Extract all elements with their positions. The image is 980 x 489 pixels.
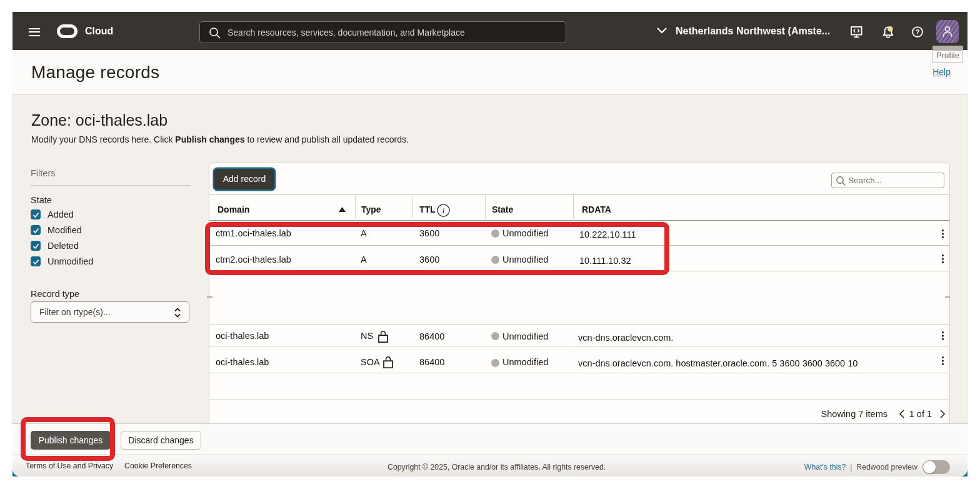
svg-text:i: i — [442, 206, 444, 215]
svg-text:?: ? — [915, 28, 919, 36]
